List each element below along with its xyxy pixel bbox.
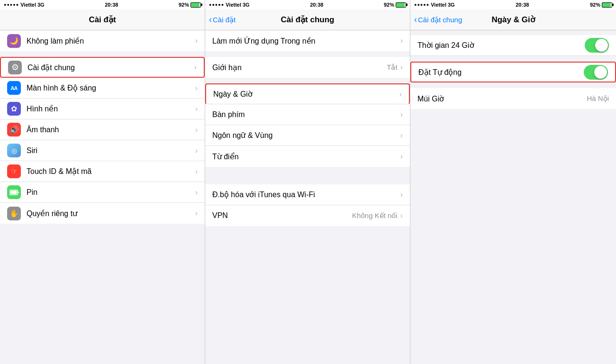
item-24hour[interactable]: Thời gian 24 Giờ bbox=[410, 35, 616, 56]
sep-3a bbox=[410, 30, 616, 35]
chevron-general: › bbox=[194, 63, 197, 72]
icon-sound: 🔊 bbox=[7, 123, 21, 136]
toggle-knob-set-auto bbox=[594, 66, 607, 79]
icon-dnd-char: 🌙 bbox=[9, 36, 18, 45]
item-language[interactable]: Ngôn ngữ & Vùng › bbox=[205, 125, 410, 146]
chevron-wallpaper: › bbox=[195, 105, 198, 113]
icon-siri-char: ◎ bbox=[11, 147, 17, 155]
chevron-back-icon-3: ‹ bbox=[414, 15, 417, 25]
label-set-auto: Đặt Tự động bbox=[418, 68, 584, 77]
icon-privacy-char: ✋ bbox=[9, 209, 19, 218]
item-itunes-sync[interactable]: Đ.bộ hóa với iTunes qua Wi-Fi › bbox=[205, 184, 410, 205]
item-do-not-disturb[interactable]: 🌙 Không làm phiền › bbox=[0, 30, 205, 51]
item-touchid[interactable]: ☞ Touch ID & Mật mã › bbox=[0, 161, 205, 182]
item-sound[interactable]: 🔊 Âm thanh › bbox=[0, 119, 205, 140]
label-keyboard: Bàn phím bbox=[212, 110, 400, 119]
item-privacy[interactable]: ✋ Quyền riêng tư › bbox=[0, 203, 205, 224]
chevron-dictionary: › bbox=[400, 152, 403, 161]
back-label-3: Cài đặt chung bbox=[418, 16, 462, 24]
item-wallpaper[interactable]: ✿ Hình nền › bbox=[0, 99, 205, 119]
label-display: Màn hình & Độ sáng bbox=[27, 83, 195, 92]
label-sound: Âm thanh bbox=[27, 126, 195, 134]
label-24hour: Thời gian 24 Giờ bbox=[417, 41, 585, 50]
item-display[interactable]: AA Màn hình & Độ sáng › bbox=[0, 78, 205, 99]
sep-3c bbox=[410, 83, 616, 88]
value-timezone: Hà Nội bbox=[587, 94, 609, 103]
sep-2b bbox=[205, 79, 410, 83]
icon-wallpaper: ✿ bbox=[7, 102, 21, 116]
status-right-1: 92% bbox=[179, 2, 201, 8]
chevron-privacy: › bbox=[195, 209, 198, 218]
svg-rect-1 bbox=[18, 191, 18, 193]
item-battery[interactable]: Pin › bbox=[0, 182, 205, 203]
item-set-auto[interactable]: Đặt Tự động bbox=[410, 62, 616, 82]
battery-icon-3 bbox=[602, 2, 612, 8]
battery-svg bbox=[9, 189, 19, 196]
nav-bar-2: ‹ Cài đặt Cài đặt chung bbox=[205, 9, 410, 30]
settings-list-1: 🌙 Không làm phiền › ⚙ Cài đặt chung › AA… bbox=[0, 30, 205, 364]
settings-list-2: Làm mới Ứng dụng Trong nền › Giới hạn Tắ… bbox=[205, 30, 410, 364]
item-vpn[interactable]: VPN Không Kết nối › bbox=[205, 205, 410, 226]
label-privacy: Quyền riêng tư bbox=[27, 209, 195, 218]
item-timezone[interactable]: Múi Giờ Hà Nội bbox=[410, 88, 616, 109]
toggle-set-auto[interactable] bbox=[584, 65, 608, 80]
nav-bar-1: Cài đặt bbox=[0, 9, 205, 30]
label-timezone: Múi Giờ bbox=[417, 94, 587, 103]
panel-datetime: ●●●●● Viettel 3G 20:38 92% ‹ Cài đặt chu… bbox=[410, 0, 616, 364]
section-2b: Giới hạn Tắt › bbox=[205, 57, 410, 78]
sep-1 bbox=[0, 52, 205, 57]
item-dictionary[interactable]: Từ điển › bbox=[205, 146, 410, 167]
section-3a: Thời gian 24 Giờ bbox=[410, 35, 616, 56]
section-2d: Đ.bộ hóa với iTunes qua Wi-Fi › VPN Khôn… bbox=[205, 184, 410, 226]
icon-general: ⚙ bbox=[8, 61, 22, 74]
item-refresh-apps[interactable]: Làm mới Ứng dụng Trong nền › bbox=[205, 30, 410, 51]
label-language: Ngôn ngữ & Vùng bbox=[212, 131, 400, 140]
chevron-itunes-sync: › bbox=[400, 191, 403, 199]
value-restrictions: Tắt bbox=[387, 63, 397, 72]
back-button-2[interactable]: ‹ Cài đặt bbox=[209, 15, 236, 25]
status-left-1: ●●●●● Viettel 3G bbox=[4, 2, 45, 8]
nav-title-2: Cài đặt chung bbox=[281, 15, 335, 25]
settings-list-3: Thời gian 24 Giờ Đặt Tự động Múi Giờ Hà … bbox=[410, 30, 616, 364]
section-3b: Đặt Tự động bbox=[410, 62, 616, 82]
back-button-3[interactable]: ‹ Cài đặt chung bbox=[414, 15, 462, 25]
signal-3: ●●●●● bbox=[414, 2, 429, 7]
status-right-3: 92% bbox=[590, 2, 612, 8]
carrier-1: Viettel bbox=[20, 2, 36, 8]
label-dictionary: Từ điển bbox=[212, 152, 400, 161]
label-battery: Pin bbox=[27, 188, 195, 197]
item-siri[interactable]: ◎ Siri › bbox=[0, 140, 205, 161]
panel-general: ●●●●● Viettel 3G 20:38 92% ‹ Cài đặt Cài… bbox=[205, 0, 410, 364]
value-vpn: Không Kết nối bbox=[352, 211, 398, 220]
sep-2c bbox=[205, 168, 410, 184]
item-general[interactable]: ⚙ Cài đặt chung › bbox=[0, 57, 205, 78]
section-group-1a: 🌙 Không làm phiền › bbox=[0, 30, 205, 51]
sep-2a bbox=[205, 52, 410, 57]
battery-icon-2 bbox=[396, 2, 406, 8]
label-itunes-sync: Đ.bộ hóa với iTunes qua Wi-Fi bbox=[212, 190, 400, 199]
back-label-2: Cài đặt bbox=[213, 16, 236, 24]
label-siri: Siri bbox=[27, 146, 195, 155]
nav-title-3: Ngày & Giờ bbox=[491, 15, 534, 25]
section-group-1b: ⚙ Cài đặt chung › AA Màn hình & Độ sáng … bbox=[0, 57, 205, 224]
icon-touchid-char: ☞ bbox=[11, 167, 18, 176]
item-datetime[interactable]: Ngày & Giờ › bbox=[205, 83, 410, 104]
chevron-vpn: › bbox=[400, 211, 403, 220]
chevron-refresh-apps: › bbox=[400, 36, 403, 45]
chevron-dnd: › bbox=[195, 36, 198, 45]
chevron-battery: › bbox=[195, 188, 198, 197]
icon-wallpaper-char: ✿ bbox=[11, 104, 17, 113]
toggle-24hour[interactable] bbox=[585, 38, 609, 53]
chevron-sound: › bbox=[195, 126, 198, 134]
item-keyboard[interactable]: Bàn phím › bbox=[205, 104, 410, 125]
status-bar-1: ●●●●● Viettel 3G 20:38 92% bbox=[0, 0, 205, 9]
label-do-not-disturb: Không làm phiền bbox=[27, 36, 195, 46]
time-1: 20:38 bbox=[105, 2, 118, 8]
signal-1: ●●●●● bbox=[4, 2, 19, 7]
item-restrictions[interactable]: Giới hạn Tắt › bbox=[205, 57, 410, 78]
status-left-2: ●●●●● Viettel 3G bbox=[209, 2, 250, 8]
battery-pct-1: 92% bbox=[179, 2, 189, 8]
nav-title-1: Cài đặt bbox=[89, 15, 116, 25]
status-right-2: 92% bbox=[384, 2, 406, 8]
signal-2: ●●●●● bbox=[209, 2, 224, 7]
